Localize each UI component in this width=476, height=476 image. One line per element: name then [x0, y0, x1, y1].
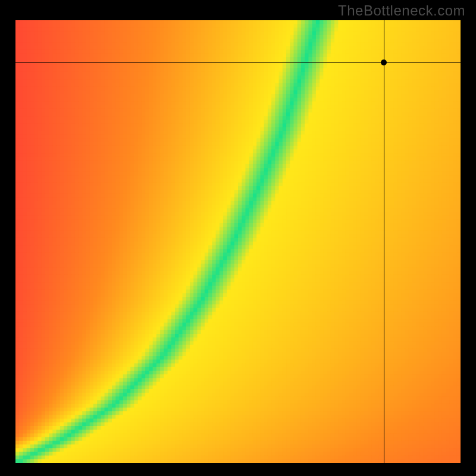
plot-area [15, 20, 461, 463]
heatmap-canvas [15, 20, 461, 463]
crosshair-horizontal [15, 62, 461, 63]
crosshair-vertical [384, 20, 384, 463]
data-point-marker [381, 60, 387, 65]
watermark-text: TheBottleneck.com [338, 2, 465, 19]
chart-container: TheBottleneck.com [0, 0, 476, 476]
